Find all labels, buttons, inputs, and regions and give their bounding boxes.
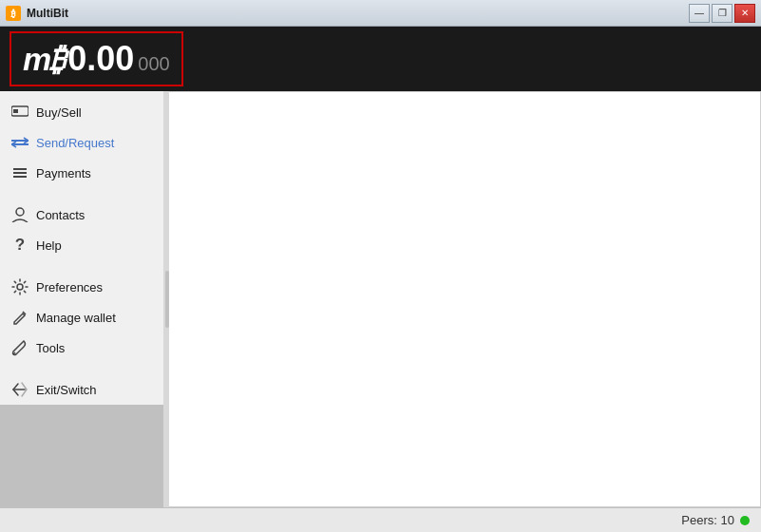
sidebar-label-preferences: Preferences <box>36 280 103 294</box>
sidebar-item-exit-switch[interactable]: Exit/Switch <box>0 374 168 405</box>
sidebar-item-tools[interactable]: Tools <box>0 332 168 363</box>
svg-text:₿: ₿ <box>10 9 16 19</box>
sidebar-label-contacts: Contacts <box>36 208 85 222</box>
sidebar-item-help[interactable]: ? Help <box>0 230 168 260</box>
sidebar-divider-3 <box>0 363 168 374</box>
send-request-icon <box>11 134 29 151</box>
peers-indicator: Peers: 10 <box>681 513 750 527</box>
sidebar-item-preferences[interactable]: Preferences <box>0 272 168 302</box>
sidebar-scrollbar[interactable] <box>163 91 169 507</box>
sidebar-label-help: Help <box>36 238 62 253</box>
main-area: Buy/Sell Send/Request <box>0 91 761 507</box>
minimize-button[interactable]: — <box>689 4 710 23</box>
tools-icon <box>11 339 29 356</box>
contacts-icon <box>11 206 29 223</box>
maximize-button[interactable]: ❐ <box>712 4 732 23</box>
sidebar-label-send-request: Send/Request <box>36 136 114 150</box>
title-bar: ₿ MultiBit — ❐ ✕ <box>0 0 761 27</box>
svg-point-10 <box>17 284 23 290</box>
help-icon: ? <box>11 237 29 254</box>
exit-switch-icon <box>11 381 29 398</box>
buy-sell-icon <box>11 104 29 121</box>
balance-amount: 0.00 <box>67 39 134 79</box>
manage-wallet-icon <box>11 309 29 326</box>
app-icon: ₿ <box>6 6 21 21</box>
svg-rect-3 <box>13 109 18 113</box>
sidebar: Buy/Sell Send/Request <box>0 91 169 405</box>
sidebar-item-send-request[interactable]: Send/Request <box>0 127 168 158</box>
sidebar-divider-1 <box>0 188 168 200</box>
balance-prefix: m₿ <box>23 41 64 78</box>
svg-point-9 <box>16 208 24 216</box>
sidebar-divider-2 <box>0 260 168 272</box>
sidebar-wrapper: Buy/Sell Send/Request <box>0 91 169 507</box>
sidebar-label-manage-wallet: Manage wallet <box>36 311 116 325</box>
sidebar-item-buy-sell[interactable]: Buy/Sell <box>0 97 168 127</box>
sidebar-scroll-handle[interactable] <box>165 271 169 328</box>
preferences-icon <box>11 278 29 295</box>
sidebar-item-manage-wallet[interactable]: Manage wallet <box>0 302 168 332</box>
content-area <box>169 91 761 507</box>
title-bar-left: ₿ MultiBit <box>6 6 68 21</box>
sidebar-label-tools: Tools <box>36 341 65 355</box>
balance-fraction: 000 <box>138 53 169 75</box>
payments-icon <box>11 164 29 181</box>
balance-bar: m₿ 0.00 000 <box>0 27 761 91</box>
sidebar-label-payments: Payments <box>36 166 91 180</box>
sidebar-item-contacts[interactable]: Contacts <box>0 200 168 230</box>
sidebar-label-buy-sell: Buy/Sell <box>36 105 82 120</box>
close-button[interactable]: ✕ <box>734 4 755 23</box>
sidebar-item-payments[interactable]: Payments <box>0 158 168 188</box>
peers-dot <box>740 516 750 525</box>
status-bar: Peers: 10 <box>0 507 761 532</box>
balance-display: m₿ 0.00 000 <box>10 31 183 86</box>
peers-label: Peers: 10 <box>681 513 734 527</box>
app-title: MultiBit <box>27 7 68 20</box>
window-controls: — ❐ ✕ <box>689 4 755 23</box>
sidebar-label-exit-switch: Exit/Switch <box>36 383 97 397</box>
